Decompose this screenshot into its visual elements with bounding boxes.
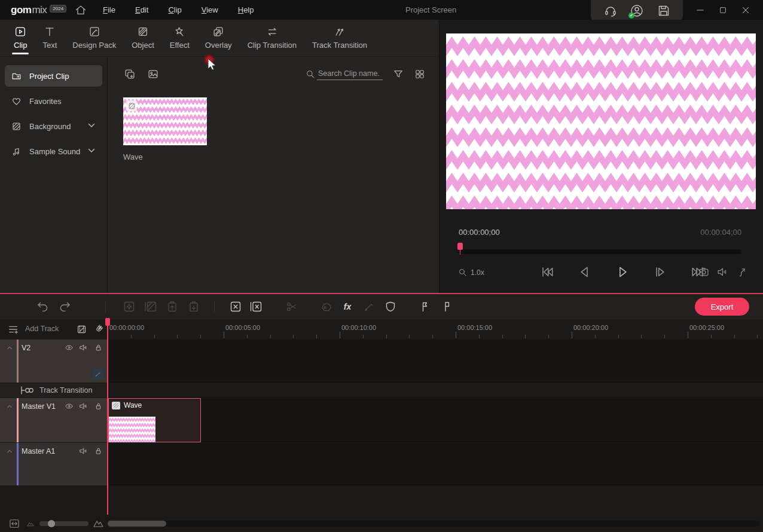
track-visibility-eye-icon[interactable] [64, 343, 74, 353]
preview-controls: 1.0x [440, 262, 763, 284]
sidebar-item-favorites[interactable]: Favorites [5, 90, 102, 112]
preview-playhead[interactable] [457, 243, 463, 255]
fit-timeline-icon[interactable] [8, 518, 20, 530]
tab-effect[interactable]: Effect [162, 20, 197, 57]
add-track-label[interactable]: Add Track [25, 325, 59, 333]
asset-tab-bar: Clip Text Design Pack Object Effect [0, 20, 439, 57]
zoom-in-mountain-icon[interactable] [93, 518, 104, 529]
track-mute-speaker-icon[interactable] [78, 401, 88, 411]
ripple-edit-icon[interactable] [75, 323, 88, 336]
add-clip-icon[interactable] [123, 68, 136, 81]
home-icon[interactable] [74, 4, 87, 17]
account-icon[interactable]: ✓ [630, 4, 644, 18]
timeline-playhead[interactable] [107, 320, 108, 515]
folder-plus-icon [11, 71, 22, 82]
track-lane-master-v1[interactable] [108, 398, 763, 442]
track-header-master-v1[interactable]: Master V1 [0, 398, 108, 442]
next-frame-icon[interactable] [652, 264, 669, 280]
sidebar-item-sample-sound[interactable]: Sample Sound [5, 140, 102, 162]
track-visibility-eye-icon[interactable] [64, 401, 74, 411]
menu-clip[interactable]: Clip [168, 5, 181, 14]
track-transition-lane[interactable] [108, 383, 763, 398]
collapse-chevron-icon[interactable] [5, 402, 14, 411]
track-lock-icon[interactable] [93, 446, 103, 456]
snap-magnet-icon[interactable] [92, 323, 105, 336]
track-header-master-a1[interactable]: Master A1 [0, 443, 108, 485]
logo-mix: mix [32, 4, 47, 16]
filter-funnel-icon[interactable] [392, 68, 404, 80]
chevron-down-icon[interactable] [88, 123, 95, 128]
add-star-clip-icon [122, 299, 136, 314]
track-transition-header[interactable]: Track Transition [0, 383, 108, 398]
timeline-clip-wave[interactable]: Wave [108, 398, 201, 442]
collapse-chevron-icon[interactable] [5, 343, 14, 353]
minimize-button[interactable] [689, 0, 712, 20]
tab-track-transition[interactable]: Track Transition [304, 20, 375, 57]
shield-mask-icon[interactable] [383, 299, 398, 314]
object-tab-icon [136, 25, 149, 38]
export-button[interactable]: Export [695, 298, 749, 316]
track-mute-speaker-icon[interactable] [78, 446, 88, 456]
tab-text[interactable]: Text [35, 20, 65, 57]
sidebar-item-project-clip[interactable]: Project Clip [5, 65, 102, 87]
menu-file[interactable]: File [103, 5, 115, 14]
tab-object[interactable]: Object [124, 20, 162, 57]
snapshot-camera-icon[interactable] [697, 265, 710, 279]
grid-view-icon[interactable] [414, 68, 426, 80]
sidebar-item-background[interactable]: Background [5, 115, 102, 137]
tab-clip[interactable]: Clip [6, 20, 35, 57]
timeline-horizontal-scrollbar[interactable] [108, 521, 759, 527]
track-header-v2[interactable]: V2 [0, 340, 108, 383]
tab-overlay[interactable]: Overlay [197, 20, 240, 57]
edit-toolbar: fx Export [0, 294, 763, 320]
volume-icon[interactable] [716, 265, 729, 279]
track-mute-speaker-icon[interactable] [78, 343, 88, 353]
add-track-menu-icon[interactable] [7, 323, 20, 336]
tab-clip-transition[interactable]: Clip Transition [240, 20, 304, 57]
track-lock-icon[interactable] [93, 401, 103, 411]
track-lock-icon[interactable] [93, 343, 103, 353]
zoom-slider-knob[interactable] [48, 520, 55, 527]
timeline-zoom-slider[interactable] [39, 521, 88, 526]
search-input[interactable] [317, 68, 383, 80]
zoom-out-mountain-icon[interactable] [26, 519, 35, 528]
menu-view[interactable]: View [202, 5, 218, 14]
menu-help[interactable]: Help [238, 5, 254, 14]
support-headset-icon[interactable] [603, 4, 618, 18]
tab-design-pack[interactable]: Design Pack [65, 20, 124, 57]
redo-icon[interactable] [57, 299, 72, 314]
track-transform-icon[interactable] [93, 369, 103, 380]
delete-clip-icon[interactable] [228, 299, 243, 314]
maximize-button[interactable] [712, 0, 734, 20]
add-image-icon[interactable] [147, 68, 160, 81]
track-transition-label: Track Transition [39, 386, 92, 395]
scrollbar-thumb[interactable] [108, 521, 166, 527]
popout-arrow-icon[interactable] [734, 265, 747, 279]
track-lane-master-a1[interactable] [108, 443, 763, 485]
clip-card-wave[interactable]: Wave [123, 97, 207, 161]
track-transition-link-icon [20, 386, 36, 395]
track-name: V2 [22, 344, 30, 352]
previous-frame-icon[interactable] [576, 264, 593, 280]
fx-effect-icon[interactable]: fx [340, 299, 355, 314]
menu-edit[interactable]: Edit [135, 5, 148, 14]
tab-label: Overlay [205, 41, 232, 50]
marker-flag-icon[interactable] [417, 299, 432, 314]
save-icon[interactable] [657, 4, 671, 18]
preview-zoom[interactable]: 1.0x [457, 267, 484, 277]
collapse-chevron-icon[interactable] [5, 447, 14, 456]
undo-icon[interactable] [36, 299, 50, 314]
ripple-delete-icon[interactable] [249, 299, 264, 314]
track-lane-v2[interactable] [108, 340, 763, 383]
playhead-handle[interactable] [105, 318, 110, 326]
play-icon[interactable] [614, 264, 631, 280]
chevron-down-icon[interactable] [88, 148, 95, 153]
track-transition-row: Track Transition [0, 383, 763, 398]
preview-seekbar[interactable] [459, 249, 741, 254]
close-button[interactable] [734, 0, 757, 20]
playback-speed[interactable]: 1.0x [471, 268, 484, 277]
tab-label: Object [132, 41, 154, 50]
bookmark-flag-icon[interactable] [440, 299, 454, 314]
time-ruler[interactable]: 00:00:00:00 00:00:05:00 00:00:10:00 00:0… [108, 320, 763, 338]
skip-to-start-icon[interactable] [539, 264, 556, 280]
